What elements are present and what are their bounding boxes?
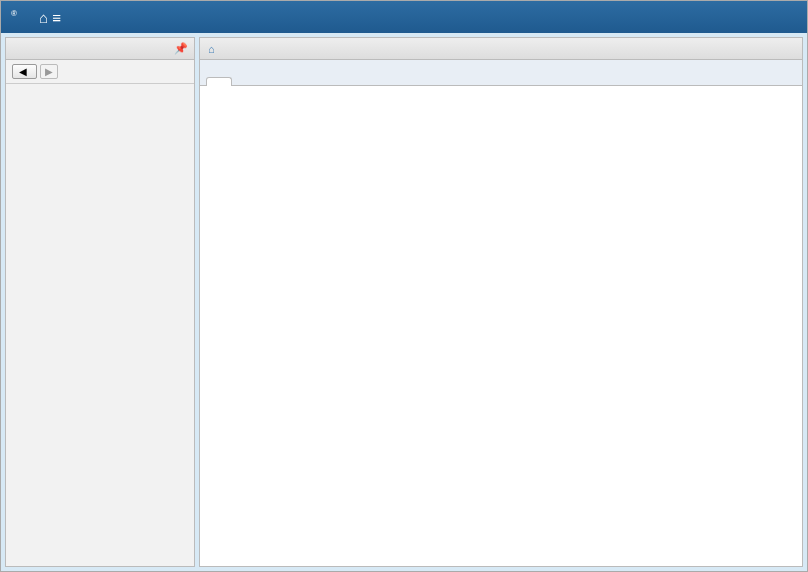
tab-home[interactable] bbox=[206, 77, 232, 86]
navigator-panel: 📌 ◀ ▶ bbox=[5, 37, 195, 567]
brand-logo: ® bbox=[11, 9, 17, 25]
top-bar: ® ⌂ ≡ bbox=[1, 1, 807, 33]
back-button[interactable]: ◀ bbox=[12, 64, 37, 79]
home-icon: ⌂ bbox=[208, 43, 215, 55]
main-content bbox=[200, 86, 802, 566]
navigator-list bbox=[6, 84, 194, 566]
home-top-icon[interactable]: ⌂ ≡ bbox=[39, 9, 61, 26]
tab-bar bbox=[200, 60, 802, 86]
breadcrumb: ⌂ bbox=[200, 38, 802, 60]
navigator-header: 📌 bbox=[6, 38, 194, 60]
pin-icon[interactable]: 📌 bbox=[174, 42, 188, 55]
main-panel: ⌂ bbox=[199, 37, 803, 567]
forward-button[interactable]: ▶ bbox=[40, 64, 58, 79]
nav-back-row: ◀ ▶ bbox=[6, 60, 194, 84]
